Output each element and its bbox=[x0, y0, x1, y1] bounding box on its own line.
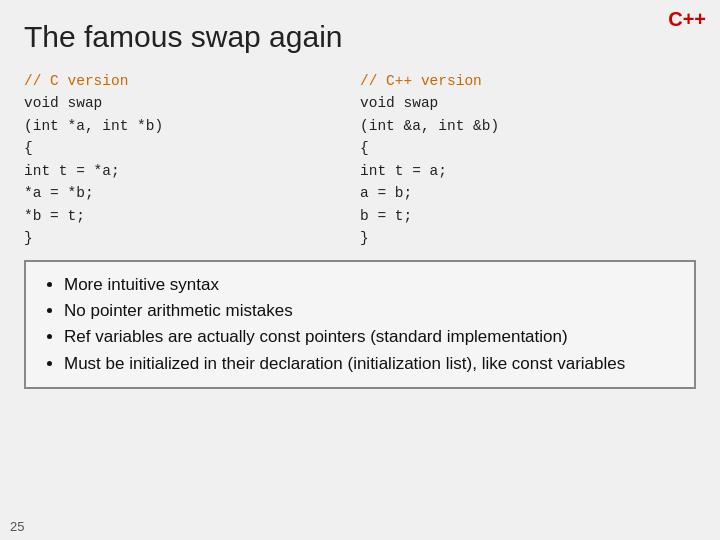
cpp-line5: a = b; bbox=[360, 182, 686, 204]
cpp-line3: { bbox=[360, 137, 686, 159]
code-section: // C version void swap (int *a, int *b) … bbox=[24, 70, 696, 250]
cpp-comment: // C++ version bbox=[360, 70, 686, 92]
bullet-item: Must be initialized in their declaration… bbox=[64, 351, 678, 377]
bullet-item: More intuitive syntax bbox=[64, 272, 678, 298]
cpp-line7: } bbox=[360, 227, 686, 249]
slide: C++ The famous swap again // C version v… bbox=[0, 0, 720, 540]
slide-title: The famous swap again bbox=[24, 20, 696, 54]
c-line6: *b = t; bbox=[24, 205, 350, 227]
c-version-code: // C version void swap (int *a, int *b) … bbox=[24, 70, 360, 250]
bullet-item: No pointer arithmetic mistakes bbox=[64, 298, 678, 324]
c-comment: // C version bbox=[24, 70, 350, 92]
cpp-version-code: // C++ version void swap (int &a, int &b… bbox=[360, 70, 696, 250]
c-line5: *a = *b; bbox=[24, 182, 350, 204]
c-line2: (int *a, int *b) bbox=[24, 115, 350, 137]
c-line7: } bbox=[24, 227, 350, 249]
bullet-list: More intuitive syntaxNo pointer arithmet… bbox=[42, 272, 678, 377]
c-line3: { bbox=[24, 137, 350, 159]
bullet-item: Ref variables are actually const pointer… bbox=[64, 324, 678, 350]
slide-number: 25 bbox=[10, 519, 24, 534]
cpp-badge: C++ bbox=[668, 8, 706, 31]
c-line1: void swap bbox=[24, 92, 350, 114]
cpp-line6: b = t; bbox=[360, 205, 686, 227]
cpp-line4: int t = a; bbox=[360, 160, 686, 182]
bullet-box: More intuitive syntaxNo pointer arithmet… bbox=[24, 260, 696, 389]
cpp-line2: (int &a, int &b) bbox=[360, 115, 686, 137]
cpp-line1: void swap bbox=[360, 92, 686, 114]
c-line4: int t = *a; bbox=[24, 160, 350, 182]
